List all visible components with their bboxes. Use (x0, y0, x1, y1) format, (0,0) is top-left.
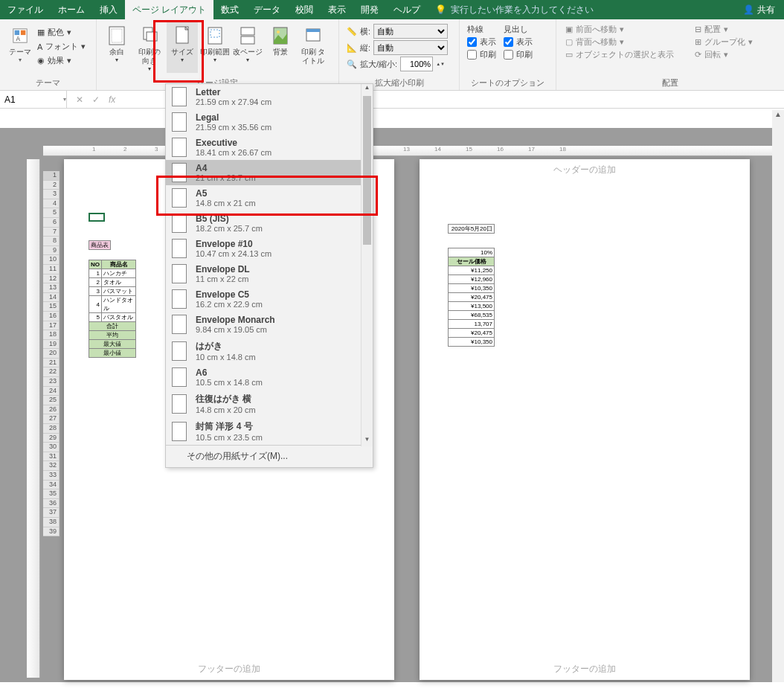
theme-fonts-button[interactable]: Aフォント ▾ (37, 41, 86, 52)
scroll-thumb[interactable] (363, 96, 371, 245)
row-header[interactable]: 19 (43, 340, 60, 350)
row-header[interactable]: 21 (43, 359, 60, 368)
scroll-up-icon[interactable]: ▲ (362, 84, 373, 94)
name-box[interactable]: A1▾ (0, 91, 67, 108)
gridlines-print-checkbox[interactable]: 印刷 (467, 49, 496, 60)
row-header[interactable]: 1 (43, 171, 60, 181)
row-header[interactable]: 10 (43, 255, 60, 265)
size-option-envelope-10[interactable]: Envelope #1010.47 cm x 24.13 cm (166, 236, 373, 261)
row-header[interactable]: 33 (43, 471, 60, 481)
size-option-envelope-c5[interactable]: Envelope C516.2 cm x 22.9 cm (166, 286, 373, 312)
row-header[interactable]: 22 (43, 367, 60, 377)
row-header[interactable]: 23 (43, 377, 60, 387)
tab-view[interactable]: 表示 (321, 0, 353, 19)
size-button[interactable]: サイズ▾ (167, 22, 198, 73)
tab-formulas[interactable]: 数式 (213, 0, 246, 19)
align-button[interactable]: ⊟ 配置 ▾ (695, 24, 753, 35)
headings-show-checkbox[interactable]: 表示 (504, 36, 533, 48)
size-option--[interactable]: はがき10 cm x 14.8 cm (166, 337, 373, 365)
tab-help[interactable]: ヘルプ (386, 0, 428, 19)
row-header[interactable]: 27 (43, 414, 60, 424)
background-button[interactable]: 背景 (265, 22, 296, 73)
footer-placeholder[interactable]: フッターの追加 (420, 663, 750, 675)
more-paper-sizes[interactable]: その他の用紙サイズ(M)... (166, 445, 373, 467)
row-header[interactable]: 15 (43, 302, 60, 312)
scale-zoom-input[interactable] (400, 57, 433, 71)
row-header[interactable]: 8 (43, 237, 60, 246)
row-header[interactable]: 14 (43, 293, 60, 303)
tellme-search[interactable]: 💡実行したい作業を入力してください (428, 0, 734, 19)
orientation-button[interactable]: 印刷の 向き▾ (134, 22, 165, 73)
theme-effects-button[interactable]: ◉効果 ▾ (37, 55, 86, 66)
row-header[interactable]: 32 (43, 461, 60, 471)
page-preview-2[interactable]: ヘッダーの追加 2020年5月20日 10% セール価格 ¥11,250 ¥12… (420, 159, 750, 680)
row-header[interactable]: 29 (43, 434, 60, 443)
active-cell[interactable] (89, 213, 105, 222)
vertical-scrollbar[interactable]: ▲ (772, 110, 784, 682)
tab-data[interactable]: データ (246, 0, 288, 19)
footer-placeholder[interactable]: フッターの追加 (64, 663, 394, 675)
gridlines-show-checkbox[interactable]: 表示 (467, 36, 496, 48)
size-option--[interactable]: 往復はがき 横14.8 cm x 20 cm (166, 390, 373, 417)
tab-file[interactable]: ファイル (0, 0, 51, 19)
scroll-down-icon[interactable]: ▼ (362, 436, 373, 446)
row-header[interactable]: 25 (43, 396, 60, 405)
enter-icon[interactable]: ✓ (92, 94, 100, 105)
row-header[interactable]: 30 (43, 443, 60, 452)
row-header[interactable]: 4 (43, 199, 60, 209)
row-header[interactable]: 26 (43, 405, 60, 415)
row-header[interactable]: 16 (43, 312, 60, 321)
tab-home[interactable]: ホーム (51, 0, 92, 19)
size-option-a4[interactable]: A421 cm x 29.7 cm (166, 160, 373, 185)
send-backward-button[interactable]: ▢ 背面へ移動 ▾ (565, 36, 674, 48)
headings-print-checkbox[interactable]: 印刷 (504, 49, 533, 60)
size-option-b5-jis-[interactable]: B5 (JIS)18.2 cm x 25.7 cm (166, 211, 373, 236)
size-option--4-[interactable]: 封筒 洋形 4 号10.5 cm x 23.5 cm (166, 417, 373, 445)
row-header[interactable]: 35 (43, 489, 60, 499)
size-option-a5[interactable]: A514.8 cm x 21 cm (166, 185, 373, 211)
row-header[interactable]: 18 (43, 330, 60, 340)
row-header[interactable]: 12 (43, 274, 60, 284)
size-option-letter[interactable]: Letter21.59 cm x 27.94 cm (166, 84, 373, 109)
row-header[interactable]: 38 (43, 518, 60, 527)
row-header[interactable]: 5 (43, 208, 60, 218)
selection-pane-button[interactable]: ▭ オブジェクトの選択と表示 (565, 49, 674, 60)
themes-button[interactable]: A テーマ▾ (4, 22, 36, 73)
row-header[interactable]: 6 (43, 218, 60, 228)
share-button[interactable]: 👤共有 (734, 0, 784, 19)
tab-pagelayout[interactable]: ページ レイアウト (125, 0, 213, 19)
print-titles-button[interactable]: 印刷 タイトル (298, 22, 329, 73)
scale-width-select[interactable]: 自動 (373, 24, 448, 39)
row-header[interactable]: 3 (43, 190, 60, 199)
row-header[interactable]: 31 (43, 452, 60, 462)
breaks-button[interactable]: 改ページ▾ (232, 22, 263, 73)
row-header[interactable]: 11 (43, 265, 60, 274)
row-header[interactable]: 28 (43, 424, 60, 434)
row-header[interactable]: 20 (43, 349, 60, 359)
margins-button[interactable]: 余白▾ (101, 22, 132, 73)
scroll-up-icon[interactable]: ▲ (772, 110, 784, 122)
fx-icon[interactable]: fx (109, 94, 115, 105)
bring-forward-button[interactable]: ▣ 前面へ移動 ▾ (565, 24, 674, 35)
size-option-executive[interactable]: Executive18.41 cm x 26.67 cm (166, 135, 373, 160)
tab-developer[interactable]: 開発 (353, 0, 386, 19)
tab-review[interactable]: 校閲 (288, 0, 321, 19)
size-option-a6[interactable]: A610.5 cm x 14.8 cm (166, 365, 373, 390)
row-header[interactable]: 17 (43, 321, 60, 331)
row-header[interactable]: 36 (43, 499, 60, 509)
group-button[interactable]: ⊞ グループ化 ▾ (695, 36, 753, 48)
row-header[interactable]: 7 (43, 228, 60, 237)
print-area-button[interactable]: 印刷範囲▾ (199, 22, 231, 73)
cancel-icon[interactable]: ✕ (76, 94, 83, 105)
row-header[interactable]: 39 (43, 527, 60, 537)
tab-insert[interactable]: 挿入 (92, 0, 125, 19)
size-option-legal[interactable]: Legal21.59 cm x 35.56 cm (166, 109, 373, 135)
row-header[interactable]: 13 (43, 283, 60, 293)
header-placeholder[interactable]: ヘッダーの追加 (420, 159, 750, 181)
row-header[interactable]: 2 (43, 181, 60, 190)
row-header[interactable]: 24 (43, 387, 60, 396)
scale-height-select[interactable]: 自動 (373, 40, 448, 55)
theme-colors-button[interactable]: ▦配色 ▾ (37, 27, 86, 38)
size-option-envelope-dl[interactable]: Envelope DL11 cm x 22 cm (166, 261, 373, 286)
rotate-button[interactable]: ⟳ 回転 ▾ (695, 49, 753, 60)
